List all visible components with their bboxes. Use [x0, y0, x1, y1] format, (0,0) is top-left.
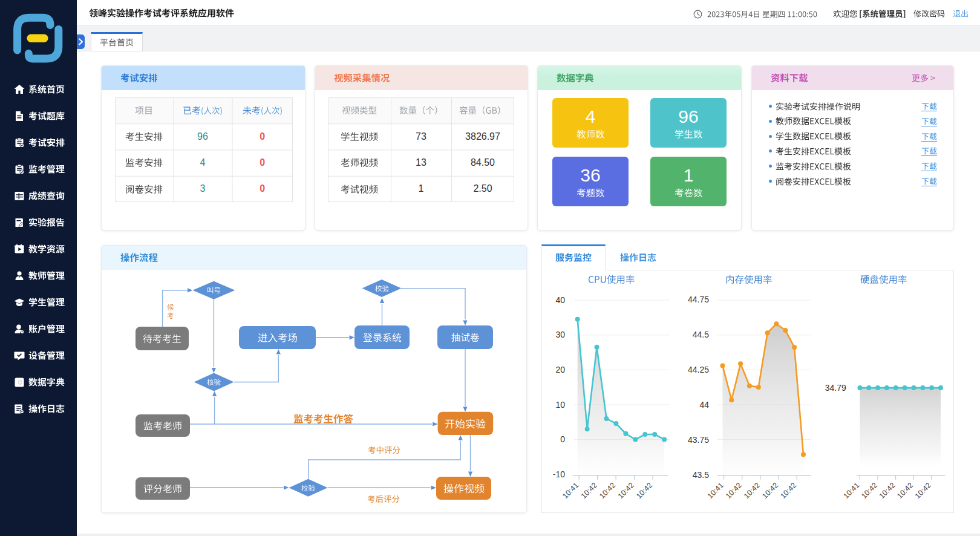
svg-text:10:42: 10:42 — [779, 481, 798, 500]
svg-text:10:42: 10:42 — [580, 481, 599, 500]
svg-text:10:42: 10:42 — [635, 481, 654, 500]
svg-text:10:42: 10:42 — [598, 481, 617, 500]
svg-text:10:42: 10:42 — [860, 481, 879, 500]
svg-text:10:42: 10:42 — [724, 481, 743, 500]
svg-text:10:42: 10:42 — [742, 481, 762, 500]
svg-text:10:42: 10:42 — [895, 481, 915, 500]
svg-text:10:42: 10:42 — [616, 481, 636, 500]
svg-text:10:42: 10:42 — [760, 481, 780, 500]
svg-text:10:41: 10:41 — [706, 481, 725, 500]
svg-text:10:42: 10:42 — [878, 481, 897, 500]
svg-text:10:41: 10:41 — [842, 481, 861, 500]
svg-text:10:41: 10:41 — [561, 481, 580, 500]
svg-text:10:42: 10:42 — [913, 481, 933, 500]
